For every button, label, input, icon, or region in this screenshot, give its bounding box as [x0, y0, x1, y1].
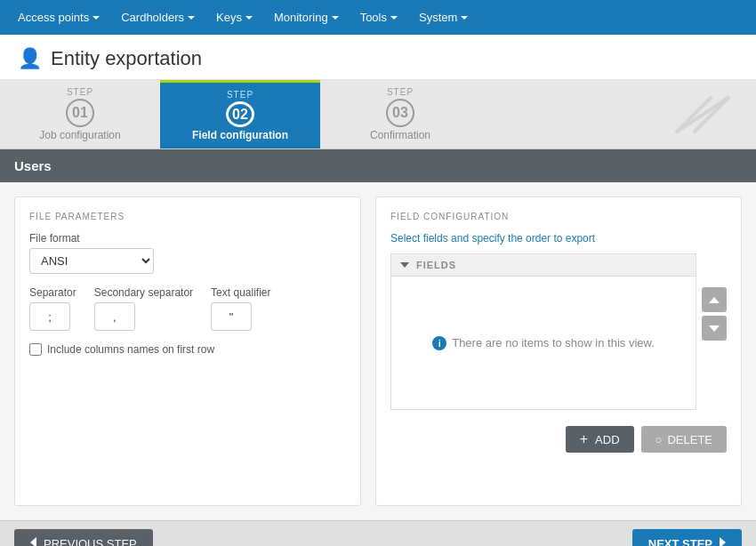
- step-3[interactable]: STEP 03 Confirmation: [320, 80, 480, 149]
- nav-tools-label: Tools: [360, 11, 387, 24]
- nav-cardholders-caret: [188, 16, 195, 20]
- delete-button[interactable]: ○ DELETE: [641, 426, 727, 453]
- field-config-subtitle: Select fields and specify the order to e…: [390, 232, 727, 245]
- text-qualifier-group: Text qualifier: [211, 286, 270, 331]
- step-2-name: Field configuration: [192, 129, 288, 141]
- nav-monitoring-caret: [332, 16, 339, 20]
- include-columns-checkbox[interactable]: [29, 343, 42, 356]
- step-1-number: 01: [66, 99, 94, 127]
- add-button-label: ADD: [595, 433, 619, 446]
- step-1[interactable]: STEP 01 Job configuration: [0, 80, 160, 149]
- separator-label: Separator: [29, 286, 76, 299]
- chevron-right-icon: [720, 537, 726, 546]
- secondary-separator-group: Secondary separator: [94, 286, 193, 331]
- previous-step-label: PREVIOUS STEP: [44, 537, 137, 546]
- nav-item-cardholders[interactable]: Cardholders: [110, 0, 205, 35]
- step-2-number: 02: [226, 101, 254, 127]
- nav-item-system[interactable]: System: [408, 0, 479, 35]
- fields-table-body: i There are no items to show in this vie…: [390, 277, 696, 410]
- fields-table-area: FIELDS i There are no items to show in t…: [390, 253, 727, 410]
- fields-col-label: FIELDS: [416, 260, 456, 270]
- page-header: 👤 Entity exportation: [0, 35, 756, 80]
- svg-line-0: [676, 97, 729, 132]
- file-format-select[interactable]: ANSI UTF-8 UTF-16: [29, 248, 154, 274]
- previous-step-button[interactable]: PREVIOUS STEP: [14, 529, 153, 546]
- chevron-left-icon: [30, 537, 36, 546]
- no-items-message: i There are no items to show in this vie…: [432, 336, 655, 350]
- nav-item-keys[interactable]: Keys: [205, 0, 263, 35]
- include-columns-row: Include columns names on first row: [29, 343, 346, 356]
- nav-access-points-label: Access points: [18, 11, 89, 24]
- include-columns-label: Include columns names on first row: [47, 343, 214, 356]
- page-title: Entity exportation: [51, 47, 202, 70]
- nav-keys-label: Keys: [216, 11, 242, 24]
- section-title: Users: [0, 149, 756, 182]
- separator-group: Separator: [29, 286, 76, 331]
- step-1-name: Job configuration: [39, 129, 120, 141]
- info-icon: i: [432, 336, 446, 350]
- fields-table-container: FIELDS i There are no items to show in t…: [390, 253, 696, 410]
- add-icon: +: [580, 432, 588, 446]
- add-button[interactable]: + ADD: [566, 426, 634, 453]
- step-2-label: STEP: [227, 90, 253, 100]
- step-2[interactable]: STEP 02 Field configuration: [160, 80, 320, 149]
- svg-line-1: [694, 97, 729, 132]
- separators-row: Separator Secondary separator Text quali…: [29, 286, 346, 331]
- nav-item-tools[interactable]: Tools: [350, 0, 408, 35]
- separator-input[interactable]: [29, 302, 70, 331]
- nav-system-label: System: [419, 11, 457, 24]
- secondary-separator-label: Secondary separator: [94, 286, 193, 299]
- no-items-text: There are no items to show in this view.: [452, 336, 655, 349]
- step-1-label: STEP: [67, 87, 93, 97]
- nav-cardholders-label: Cardholders: [121, 11, 184, 24]
- steps-bar: STEP 01 Job configuration STEP 02 Field …: [0, 80, 756, 149]
- top-navigation: Access points Cardholders Keys Monitorin…: [0, 0, 756, 35]
- steps-icon-area: [480, 80, 756, 149]
- entity-export-icon: 👤: [18, 47, 42, 70]
- file-format-label: File format: [29, 232, 346, 245]
- arrow-buttons: [702, 253, 727, 410]
- action-buttons: + ADD ○ DELETE: [390, 426, 727, 453]
- nav-access-points-caret: [92, 16, 100, 20]
- footer: PREVIOUS STEP NEXT STEP: [0, 520, 756, 546]
- delete-button-label: DELETE: [667, 433, 712, 446]
- nav-tools-caret: [390, 16, 398, 20]
- nav-system-caret: [461, 16, 468, 20]
- move-up-button[interactable]: [702, 287, 727, 312]
- fields-table-header: FIELDS: [390, 253, 696, 277]
- file-params-title: FILE PARAMETERS: [29, 212, 346, 221]
- nav-item-monitoring[interactable]: Monitoring: [263, 0, 350, 35]
- field-config-title: FIELD CONFIGURATION: [390, 212, 727, 221]
- secondary-separator-input[interactable]: [94, 302, 135, 331]
- nav-keys-caret: [245, 16, 253, 20]
- step-3-name: Confirmation: [370, 129, 430, 141]
- step-3-number: 03: [386, 99, 414, 127]
- nav-item-access-points[interactable]: Access points: [7, 0, 110, 35]
- left-panel: FILE PARAMETERS File format ANSI UTF-8 U…: [14, 197, 361, 506]
- next-step-label: NEXT STEP: [648, 537, 712, 546]
- section-title-text: Users: [14, 158, 52, 173]
- svg-line-2: [676, 97, 712, 132]
- step-3-label: STEP: [387, 87, 414, 97]
- text-qualifier-label: Text qualifier: [211, 286, 270, 299]
- move-down-button[interactable]: [702, 316, 727, 341]
- delete-icon: ○: [655, 433, 663, 446]
- fields-sort-icon: [400, 262, 409, 268]
- nav-monitoring-label: Monitoring: [274, 11, 328, 24]
- file-format-group: File format ANSI UTF-8 UTF-16: [29, 232, 346, 274]
- steps-decorative-icon: [667, 88, 738, 141]
- main-layout: FILE PARAMETERS File format ANSI UTF-8 U…: [0, 182, 756, 520]
- next-step-button[interactable]: NEXT STEP: [632, 529, 742, 546]
- text-qualifier-input[interactable]: [211, 302, 252, 331]
- right-panel: FIELD CONFIGURATION Select fields and sp…: [375, 197, 742, 506]
